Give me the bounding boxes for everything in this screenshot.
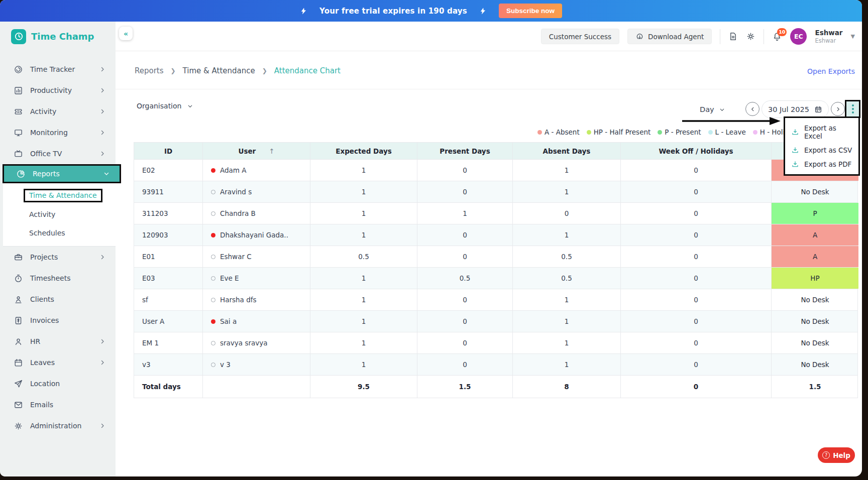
breadcrumb-item: Attendance Chart	[274, 66, 341, 75]
brand-area: Time Champ	[0, 22, 116, 51]
cell-present-days: 0	[417, 224, 513, 246]
cell-id: v3	[134, 354, 203, 375]
legend-dot	[658, 130, 662, 135]
cell-expected-days: 1	[310, 181, 417, 202]
sidebar-item-reports[interactable]: Reports	[3, 164, 121, 183]
online-status-dot	[211, 233, 215, 237]
notifications-bell-icon[interactable]: 10	[772, 32, 782, 42]
cell-id: E01	[134, 246, 203, 267]
sidebar-item-timesheets[interactable]: Timesheets	[0, 268, 116, 289]
sidebar-item-label: Office TV	[30, 150, 92, 158]
cell-present-days: 1	[417, 203, 513, 224]
table-row: 311203Chandra B1100P	[134, 203, 857, 224]
chevron-left-icon	[750, 106, 755, 112]
table-header-row: IDUser↑Expected DaysPresent DaysAbsent D…	[134, 143, 857, 160]
top-header: Time Champ « Customer Success Download A…	[0, 22, 862, 51]
notification-count-badge: 10	[777, 28, 787, 36]
cell-absent-days: 1	[513, 224, 621, 246]
offline-status-dot	[211, 341, 215, 345]
cell-status: P	[772, 203, 858, 224]
submenu-item-activity[interactable]: Activity	[3, 205, 116, 223]
legend-dot	[708, 130, 713, 135]
export-as-excel-menu-item[interactable]: Export as Excel	[785, 121, 858, 143]
cell-expected-days: 1	[310, 268, 417, 289]
stopwatch-icon	[13, 274, 23, 283]
column-header-expected-days[interactable]: Expected Days	[310, 143, 417, 159]
chevron-down-icon	[187, 103, 193, 109]
document-icon[interactable]	[728, 32, 738, 41]
breadcrumb-item[interactable]: Time & Attendance	[183, 66, 255, 75]
submenu-item-time-attendance[interactable]: Time & Attendance	[3, 186, 116, 205]
sidebar-item-productivity[interactable]: Productivity	[0, 80, 116, 101]
pie-icon	[16, 169, 26, 179]
sidebar-item-label: Reports	[33, 170, 96, 178]
user-menu-caret-icon[interactable]: ▼	[851, 33, 855, 40]
cell-user: sravya sravya	[203, 332, 310, 353]
column-header-user[interactable]: User↑	[203, 143, 310, 159]
user-name-text: Eve E	[220, 274, 239, 282]
column-header-present-days[interactable]: Present Days	[417, 143, 513, 159]
sidebar-item-label: Administration	[30, 422, 92, 430]
cell-status: No Desk	[772, 311, 858, 332]
sidebar-item-monitoring[interactable]: Monitoring	[0, 122, 116, 143]
export-menu: Export as ExcelExport as CSVExport as PD…	[784, 116, 860, 176]
sidebar-item-invoices[interactable]: Invoices	[0, 310, 116, 331]
sidebar-item-administration[interactable]: Administration	[0, 415, 116, 436]
sidebar-item-location[interactable]: Location	[0, 373, 116, 394]
sidebar-item-leaves[interactable]: Leaves	[0, 352, 116, 373]
cell-expected-days: 1	[310, 289, 417, 310]
cell-user: Chandra B	[203, 203, 310, 224]
total-present: 1.5	[417, 376, 513, 398]
subscribe-now-button[interactable]: Subscribe now	[499, 4, 562, 18]
breadcrumb-item[interactable]: Reports	[135, 66, 164, 75]
sidebar-item-label: Emails	[30, 401, 105, 409]
cell-status: No Desk	[772, 181, 858, 202]
chevron-right-icon	[99, 338, 105, 344]
user-avatar[interactable]: EC	[790, 28, 807, 45]
sidebar-item-emails[interactable]: Emails	[0, 394, 116, 415]
submenu-item-schedules[interactable]: Schedules	[3, 223, 116, 242]
chevron-down-icon	[103, 171, 110, 177]
sidebar-item-time-tracker[interactable]: Time Tracker	[0, 59, 116, 80]
column-header-week-off-holidays[interactable]: Week Off / Holidays	[621, 143, 772, 159]
column-header-absent-days[interactable]: Absent Days	[513, 143, 621, 159]
customer-success-button[interactable]: Customer Success	[541, 29, 619, 44]
cell-expected-days: 1	[310, 332, 417, 353]
organisation-dropdown[interactable]: Organisation	[137, 102, 193, 110]
legend-dot	[537, 130, 542, 135]
sidebar-item-hr[interactable]: HR	[0, 331, 116, 352]
chevron-right-icon	[99, 87, 105, 93]
offline-status-dot	[211, 211, 215, 216]
cell-absent-days: 1	[513, 354, 621, 375]
chevron-right-icon	[99, 423, 105, 429]
sidebar-item-projects[interactable]: Projects	[0, 247, 116, 268]
period-dropdown[interactable]: Day	[700, 105, 725, 113]
sidebar-item-office-tv[interactable]: Office TV	[0, 143, 116, 164]
help-button[interactable]: ? Help	[818, 447, 855, 463]
open-exports-link[interactable]: Open Exports	[807, 67, 855, 75]
next-date-button[interactable]	[831, 102, 845, 116]
sidebar: Time TrackerProductivityActivityMonitori…	[0, 51, 116, 476]
breadcrumb-row: Reports❯Time & Attendance❯Attendance Cha…	[116, 51, 862, 89]
cell-present-days: 0.5	[417, 268, 513, 289]
status-value: No Desk	[772, 332, 858, 353]
date-picker[interactable]: 30 Jul 2025	[762, 100, 829, 118]
sidebar-item-clients[interactable]: Clients	[0, 289, 116, 310]
sidebar-item-activity[interactable]: Activity	[0, 101, 116, 122]
export-as-csv-menu-item[interactable]: Export as CSV	[785, 143, 858, 157]
barchart-icon	[13, 86, 23, 95]
chevron-right-icon	[99, 359, 105, 366]
download-agent-button[interactable]: Download Agent	[627, 29, 712, 44]
offline-status-dot	[211, 363, 215, 367]
settings-gear-icon[interactable]	[746, 32, 755, 41]
submenu-item-label: Time & Attendance	[24, 189, 102, 202]
sidebar-collapse-button[interactable]: «	[119, 27, 133, 40]
cell-present-days: 0	[417, 181, 513, 202]
more-options-button[interactable]	[845, 100, 860, 118]
prev-date-button[interactable]	[745, 102, 759, 116]
table-row: User ASai a1010No Desk	[134, 311, 857, 332]
legend-label: P - Present	[665, 128, 701, 136]
cell-user: Adam A	[203, 160, 310, 181]
export-as-pdf-menu-item[interactable]: Export as PDF	[785, 157, 858, 171]
column-header-id[interactable]: ID	[134, 143, 203, 159]
